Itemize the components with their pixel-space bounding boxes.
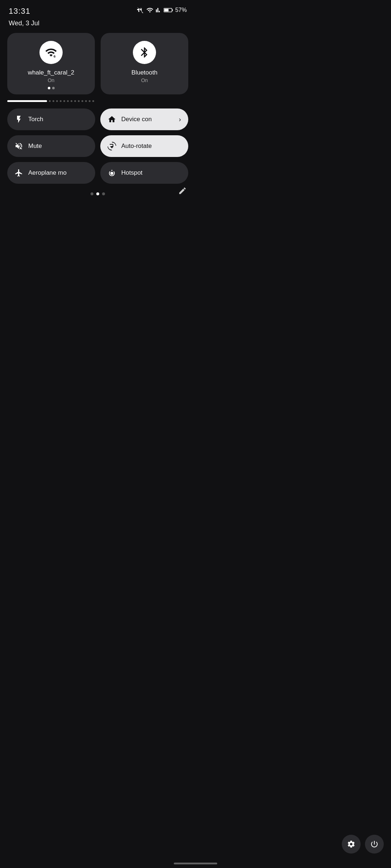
quick-settings-grid: Torch Device con › Mute Auto-rotate Aero…	[0, 109, 196, 184]
auto-rotate-button[interactable]: Auto-rotate	[100, 135, 188, 157]
wifi-tile-subtitle: On	[48, 77, 55, 83]
torch-label: Torch	[28, 116, 43, 123]
auto-rotate-label: Auto-rotate	[121, 142, 152, 150]
page-dot-3	[102, 192, 105, 195]
device-controls-label: Device con	[121, 116, 152, 123]
chevron-right-icon: ›	[179, 116, 181, 123]
battery-icon	[164, 7, 173, 13]
status-icons: 57%	[137, 7, 187, 14]
plane-icon	[14, 169, 23, 177]
hotspot-label: Hotspot	[121, 169, 143, 176]
mute-label: Mute	[28, 142, 42, 150]
home-icon	[108, 115, 116, 124]
page-dot-1	[91, 192, 93, 195]
svg-rect-2	[172, 9, 173, 11]
mute-button[interactable]: Mute	[7, 135, 95, 157]
svg-rect-1	[164, 9, 168, 12]
svg-point-4	[112, 170, 113, 171]
mute-qs-icon	[14, 142, 23, 150]
page-bar-active	[7, 100, 47, 102]
edit-button[interactable]	[178, 187, 187, 196]
page-dot-2	[96, 192, 99, 195]
wifi-tile-title: whale_ft_caral_2	[28, 69, 75, 76]
status-time: 13:31	[9, 7, 30, 16]
wifi-dot-1	[48, 87, 50, 89]
bluetooth-tile-title: Bluetooth	[131, 69, 157, 76]
hotspot-button[interactable]: Hotspot	[100, 162, 188, 184]
tiles-row: 6 whale_ft_caral_2 On Bluetooth On	[0, 27, 196, 99]
status-bar: 13:31 57%	[0, 0, 196, 19]
bluetooth-tile-subtitle: On	[141, 77, 148, 83]
status-date: Wed, 3 Jul	[0, 19, 196, 27]
aeroplane-label: Aeroplane mo	[28, 169, 67, 176]
wifi-tile[interactable]: 6 whale_ft_caral_2 On	[7, 33, 95, 94]
wifi-tile-icon: 6	[39, 41, 63, 64]
aeroplane-button[interactable]: Aeroplane mo	[7, 162, 95, 184]
signal-icon	[156, 7, 161, 14]
torch-button[interactable]: Torch	[7, 109, 95, 130]
torch-icon	[14, 115, 23, 124]
hotspot-icon	[108, 169, 116, 177]
svg-text:6: 6	[54, 54, 56, 58]
bluetooth-tile-icon	[133, 41, 156, 64]
mute-icon	[137, 7, 144, 14]
bluetooth-tile[interactable]: Bluetooth On	[101, 33, 188, 94]
wifi-status-icon	[146, 7, 154, 14]
device-controls-button[interactable]: Device con ›	[100, 109, 188, 130]
page-indicator	[0, 99, 196, 109]
rotate-icon	[108, 142, 116, 150]
wifi-dot-2	[52, 87, 55, 89]
pencil-icon	[178, 187, 187, 195]
bottom-pagination	[0, 184, 196, 199]
wifi-tile-dots	[48, 87, 55, 89]
battery-percent: 57%	[175, 7, 187, 13]
